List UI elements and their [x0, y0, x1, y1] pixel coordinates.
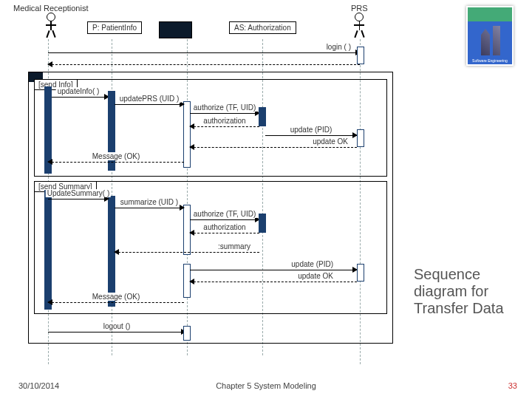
msg-label: update (PID): [289, 126, 334, 134]
msg-logout: logout (): [48, 326, 185, 335]
actor-prs: PRS: [351, 4, 368, 36]
msg-label: update OK: [296, 272, 335, 280]
msg-update-info: updateInfo( ): [48, 91, 109, 100]
object-authorization: AS: Authorization: [229, 21, 296, 34]
msg-label: update (PID): [290, 260, 335, 268]
msg-update-summary: UpdateSummary( ): [48, 193, 109, 202]
msg-authorize: authorize (TF, UID): [190, 107, 259, 116]
msg-label: update OK: [311, 137, 349, 146]
msg-authorization-return2: authorization: [190, 227, 259, 236]
footer-chapter: Chapter 5 System Modeling: [0, 381, 532, 390]
msg-summary-return: :summary: [115, 246, 259, 255]
footer-page-number: 33: [508, 381, 517, 390]
msg-label: :summary: [216, 242, 252, 250]
msg-label: login ( ): [325, 43, 352, 51]
actor-label: PRS: [351, 4, 368, 13]
msg-label: authorization: [202, 117, 247, 125]
msg-message-ok: Message (OK): [48, 156, 184, 165]
msg-label: authorize (TF, UID): [192, 210, 257, 218]
msg-update-prs: updatePRS (UID ): [115, 98, 184, 107]
activation: [183, 326, 191, 341]
activation: [44, 190, 52, 310]
object-patient-info: P: PatientInfo: [87, 21, 142, 34]
msg-update-ok: update OK: [190, 141, 357, 150]
msg-login-return: [48, 58, 360, 67]
actor-label: Medical Receptionist: [13, 4, 89, 13]
sequence-diagram: Medical Receptionist PRS P: PatientInfo …: [7, 4, 399, 366]
msg-label: logout (): [102, 322, 132, 330]
actor-medical-receptionist: Medical Receptionist: [13, 4, 89, 36]
msg-label: Message (OK): [91, 293, 141, 301]
activation: [357, 264, 364, 282]
book-cover-thumbnail: Software Engineering: [466, 6, 514, 66]
msg-summarize: summarize (UID ): [115, 202, 184, 211]
activation: [357, 129, 364, 147]
object-unknown: [159, 21, 192, 38]
slide-title: Sequence diagram for Transfer Data: [414, 266, 525, 317]
msg-update-ok2: update OK: [190, 276, 357, 284]
msg-label: updatePRS (UID ): [118, 95, 181, 103]
msg-label: Message (OK): [91, 152, 141, 160]
msg-label: authorization: [202, 223, 247, 231]
msg-login: login ( ): [48, 47, 360, 55]
msg-label: UpdateSummary( ): [46, 189, 111, 197]
activation: [259, 107, 266, 126]
msg-label: summarize (UID ): [119, 198, 180, 206]
activation: [259, 214, 266, 233]
msg-authorization-return: authorization: [190, 120, 259, 129]
book-title: Software Engineering: [472, 58, 508, 63]
msg-authorize2: authorize (TF, UID): [190, 214, 259, 222]
msg-message-ok2: Message (OK): [48, 296, 184, 305]
msg-label: authorize (TF, UID): [192, 103, 257, 112]
msg-label: updateInfo( ): [56, 87, 101, 95]
